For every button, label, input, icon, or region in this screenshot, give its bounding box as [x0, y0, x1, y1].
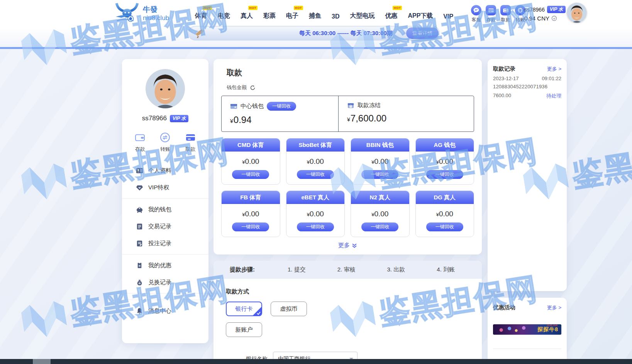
frozen-amount: ¥7,600.00	[347, 113, 465, 124]
sidebar-item-bets[interactable]: 投注记录	[122, 235, 208, 252]
header: 牛發 niu8.club HOT 体育 电竞 HOT 真人	[0, 0, 632, 47]
nav-item[interactable]: HOT 优惠	[385, 12, 397, 21]
money-bag-icon	[136, 279, 143, 286]
sidebar-item-redeem[interactable]: 兑换记录	[122, 274, 208, 291]
recycle-all-button[interactable]: 一键回收	[267, 102, 296, 111]
wallet-recycle-button[interactable]: 一键回收	[361, 170, 398, 179]
announcement-bar: 每天 06:30:00 ------ 每天 07:30:00期 查看详情	[188, 26, 440, 40]
promo-banner[interactable]: niu8.club 探探牛8	[493, 324, 561, 335]
central-wallet-amount: ¥0.94	[230, 115, 330, 125]
announcement-text: 每天 06:30:00 ------ 每天 07:30:00期	[299, 30, 400, 37]
sidebar-deposit-button[interactable]: 存款	[135, 132, 145, 153]
sidebar-item-vip[interactable]: VIP特权	[122, 179, 208, 196]
menu-divider	[122, 254, 208, 254]
nav-item[interactable]: 捕鱼	[309, 12, 321, 21]
step-label: 2. 审核	[337, 266, 356, 273]
nav-item[interactable]: HOT 电子	[286, 12, 298, 21]
nav-item-label: 体育	[195, 12, 207, 19]
horizontal-scrollbar[interactable]	[0, 359, 632, 364]
wallet-recycle-button[interactable]: 一键回收	[426, 222, 463, 231]
record-row: 2023-12-17 09:01:22	[493, 76, 561, 81]
nav-item-label: 大型电玩	[350, 12, 374, 19]
nav-item[interactable]: APP下载	[408, 12, 433, 21]
wallet-card-title: BBIN 钱包	[351, 138, 409, 152]
piggy-bank-icon	[136, 206, 143, 213]
sidebar-item-promos[interactable]: 我的优惠	[122, 257, 208, 274]
deposit-button[interactable]: 存款	[486, 5, 496, 23]
main-nav: HOT 体育 电竞 HOT 真人 彩票	[195, 8, 453, 21]
nav-item[interactable]: 电竞	[218, 12, 230, 21]
records-more-link[interactable]: 更多 >	[547, 66, 561, 72]
step-label: 3. 出款	[387, 266, 405, 273]
wallet-card-amount: ¥0.00	[286, 157, 345, 166]
scrollbar-thumb[interactable]	[33, 359, 51, 364]
wallet-card-title: DG 真人	[416, 191, 474, 204]
coin-icon	[515, 5, 525, 15]
sidebar-item-transactions[interactable]: 交易记录	[122, 218, 208, 235]
wallet-recycle-button[interactable]: 一键回收	[232, 222, 269, 231]
withdraw-method-title: 取款方式	[226, 288, 469, 295]
wallet-card-amount: ¥0.00	[351, 157, 409, 166]
nav-item[interactable]: 彩票	[263, 12, 276, 21]
record-status: 待处理	[546, 93, 561, 99]
gem-icon	[136, 184, 143, 191]
header-divider	[0, 47, 632, 49]
sidebar-withdraw-label: 取款	[185, 146, 195, 153]
nav-item[interactable]: 大型电玩	[350, 12, 374, 21]
promo-banner-title: 探探牛8	[537, 326, 558, 333]
menu-divider	[122, 293, 208, 293]
sidebar-transfer-label: 转账	[160, 146, 170, 153]
vip-badge: VIP 水	[547, 6, 566, 13]
balance: 0.94 CNY	[524, 15, 549, 22]
megaphone-icon	[194, 28, 204, 38]
double-chevron-down-icon	[352, 243, 357, 248]
site-logo[interactable]: 牛發 niu8.club	[114, 2, 169, 25]
wallet-card: FB 体育 ¥0.00 一键回收	[221, 190, 280, 237]
wallet-recycle-button[interactable]: 一键回收	[297, 222, 334, 231]
wallet-amount-label: 钱包金额	[227, 84, 247, 91]
wallet-card-title: FB 体育	[222, 191, 280, 204]
profile-avatar	[146, 69, 185, 108]
withdraw-method-label: 虚拟币	[280, 305, 298, 312]
wallet-outline-icon	[135, 132, 145, 143]
nav-item-label: 捕鱼	[309, 12, 321, 19]
view-details-button[interactable]: 查看详情	[406, 27, 439, 39]
sidebar-withdraw-button[interactable]: 取款	[185, 132, 196, 153]
record-time: 09:01:22	[542, 76, 561, 81]
bull-logo-icon	[114, 2, 140, 25]
wallet-card-title: SboBet 体育	[286, 138, 345, 152]
record-row: 7600.00 待处理	[493, 93, 561, 99]
avatar[interactable]	[567, 3, 587, 23]
refresh-balance-icon[interactable]	[551, 15, 557, 21]
nav-item[interactable]: HOT 体育	[195, 12, 207, 21]
wallet-recycle-button[interactable]: 一键回收	[361, 222, 398, 231]
wallet-recycle-button[interactable]: 一键回收	[297, 170, 334, 179]
hot-badge: HOT	[393, 6, 402, 10]
sidebar-item-wallet[interactable]: 我的钱包	[122, 201, 208, 218]
withdraw-label: 取款	[501, 17, 510, 23]
withdraw-method-option[interactable]: 新账户	[226, 322, 262, 337]
withdraw-method-option[interactable]: 银行卡	[226, 302, 262, 316]
show-more-wallets[interactable]: 更多	[221, 242, 474, 249]
sidebar-transfer-button[interactable]: 转账	[160, 132, 170, 153]
sidebar-item-label: 投注记录	[148, 240, 171, 247]
nav-item[interactable]: VIP	[443, 13, 453, 21]
sidebar-item-profile[interactable]: 个人资料	[122, 162, 208, 179]
wallet-card: N2 真人 ¥0.00 一键回收	[351, 190, 410, 237]
menu-divider	[122, 300, 208, 300]
wallet-card-amount: ¥0.00	[286, 210, 345, 218]
refresh-wallets-icon[interactable]	[250, 85, 256, 91]
transfer-button[interactable]: 转账	[515, 5, 525, 23]
promotions-more-link[interactable]: 更多 >	[547, 304, 561, 311]
withdraw-button[interactable]: 取款	[500, 5, 511, 23]
wallet-recycle-button[interactable]: 一键回收	[232, 170, 269, 179]
nav-item[interactable]: HOT 真人	[241, 12, 253, 21]
customer-service-button[interactable]: 客服	[471, 5, 481, 23]
nav-item[interactable]: 3D	[332, 13, 339, 21]
wallet-recycle-button[interactable]: 一键回收	[426, 170, 463, 179]
withdraw-method-option[interactable]: 虚拟币	[271, 302, 307, 316]
user-info: ss78966 VIP 水 0.94 CNY	[524, 6, 566, 22]
sidebar-item-messages[interactable]: 消息中心	[122, 302, 208, 319]
wallet-card: DG 真人 ¥0.00 一键回收	[415, 190, 474, 237]
records-title: 取款记录	[493, 65, 515, 72]
